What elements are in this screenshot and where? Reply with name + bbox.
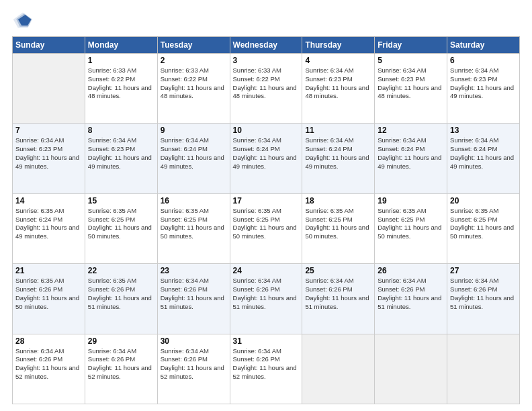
day-info: Sunrise: 6:34 AMSunset: 6:26 PMDaylight:…	[233, 347, 300, 381]
day-number: 6	[450, 56, 517, 65]
calendar-cell: 1Sunrise: 6:33 AMSunset: 6:22 PMDaylight…	[85, 54, 157, 124]
header-day-tuesday: Tuesday	[157, 37, 230, 54]
day-number: 16	[161, 196, 227, 205]
day-info: Sunrise: 6:34 AMSunset: 6:24 PMDaylight:…	[161, 136, 227, 171]
day-info: Sunrise: 6:35 AMSunset: 6:26 PMDaylight:…	[88, 277, 154, 311]
day-info: Sunrise: 6:34 AMSunset: 6:26 PMDaylight:…	[88, 347, 154, 381]
day-number: 15	[88, 196, 154, 205]
header	[12, 11, 520, 30]
header-day-saturday: Saturday	[447, 37, 520, 54]
day-info: Sunrise: 6:34 AMSunset: 6:26 PMDaylight:…	[161, 347, 227, 381]
day-number: 9	[161, 126, 227, 135]
day-number: 1	[88, 56, 154, 65]
day-info: Sunrise: 6:34 AMSunset: 6:23 PMDaylight:…	[378, 66, 444, 101]
calendar-week-2: 7Sunrise: 6:34 AMSunset: 6:23 PMDaylight…	[13, 124, 520, 193]
day-info: Sunrise: 6:34 AMSunset: 6:26 PMDaylight:…	[450, 277, 517, 311]
calendar-cell: 17Sunrise: 6:35 AMSunset: 6:25 PMDayligh…	[230, 193, 302, 263]
calendar-page: SundayMondayTuesdayWednesdayThursdayFrid…	[0, 0, 532, 411]
day-number: 27	[450, 266, 517, 275]
day-number: 17	[233, 196, 300, 205]
calendar-cell	[447, 334, 520, 404]
day-info: Sunrise: 6:35 AMSunset: 6:25 PMDaylight:…	[88, 207, 154, 241]
calendar-cell	[13, 54, 85, 124]
calendar-cell: 13Sunrise: 6:34 AMSunset: 6:24 PMDayligh…	[447, 124, 520, 193]
day-info: Sunrise: 6:34 AMSunset: 6:24 PMDaylight:…	[305, 136, 371, 171]
calendar-cell: 31Sunrise: 6:34 AMSunset: 6:26 PMDayligh…	[230, 334, 302, 404]
calendar-cell: 10Sunrise: 6:34 AMSunset: 6:24 PMDayligh…	[230, 124, 302, 193]
calendar-week-5: 28Sunrise: 6:34 AMSunset: 6:26 PMDayligh…	[13, 334, 520, 404]
day-number: 26	[378, 266, 444, 275]
calendar-cell: 9Sunrise: 6:34 AMSunset: 6:24 PMDaylight…	[157, 124, 230, 193]
calendar-cell: 11Sunrise: 6:34 AMSunset: 6:24 PMDayligh…	[302, 124, 375, 193]
day-number: 24	[233, 266, 300, 275]
day-info: Sunrise: 6:34 AMSunset: 6:23 PMDaylight:…	[15, 136, 82, 171]
day-info: Sunrise: 6:35 AMSunset: 6:25 PMDaylight:…	[450, 207, 517, 241]
day-info: Sunrise: 6:35 AMSunset: 6:25 PMDaylight:…	[305, 207, 371, 241]
day-number: 12	[378, 126, 444, 135]
calendar-cell: 23Sunrise: 6:34 AMSunset: 6:26 PMDayligh…	[157, 264, 230, 334]
calendar-cell: 22Sunrise: 6:35 AMSunset: 6:26 PMDayligh…	[85, 264, 157, 334]
day-number: 2	[161, 56, 227, 65]
header-row: SundayMondayTuesdayWednesdayThursdayFrid…	[13, 37, 520, 54]
day-info: Sunrise: 6:34 AMSunset: 6:26 PMDaylight:…	[161, 277, 227, 311]
calendar-cell: 7Sunrise: 6:34 AMSunset: 6:23 PMDaylight…	[13, 124, 85, 193]
calendar-cell: 2Sunrise: 6:33 AMSunset: 6:22 PMDaylight…	[157, 54, 230, 124]
calendar-header: SundayMondayTuesdayWednesdayThursdayFrid…	[13, 37, 520, 54]
day-info: Sunrise: 6:34 AMSunset: 6:24 PMDaylight:…	[378, 136, 444, 171]
calendar-cell: 21Sunrise: 6:35 AMSunset: 6:26 PMDayligh…	[13, 264, 85, 334]
day-number: 20	[450, 196, 517, 205]
day-info: Sunrise: 6:34 AMSunset: 6:23 PMDaylight:…	[450, 66, 517, 101]
day-number: 10	[233, 126, 300, 135]
calendar-table: SundayMondayTuesdayWednesdayThursdayFrid…	[12, 36, 520, 404]
day-info: Sunrise: 6:34 AMSunset: 6:26 PMDaylight:…	[233, 277, 300, 311]
header-day-wednesday: Wednesday	[230, 37, 302, 54]
day-number: 23	[161, 266, 227, 275]
day-info: Sunrise: 6:35 AMSunset: 6:25 PMDaylight:…	[378, 207, 444, 241]
day-number: 14	[15, 196, 82, 205]
day-info: Sunrise: 6:34 AMSunset: 6:26 PMDaylight:…	[15, 347, 82, 381]
calendar-cell: 5Sunrise: 6:34 AMSunset: 6:23 PMDaylight…	[375, 54, 447, 124]
calendar-week-4: 21Sunrise: 6:35 AMSunset: 6:26 PMDayligh…	[13, 264, 520, 334]
day-number: 28	[15, 336, 82, 346]
header-day-sunday: Sunday	[13, 37, 85, 54]
day-info: Sunrise: 6:33 AMSunset: 6:22 PMDaylight:…	[88, 66, 154, 101]
day-number: 25	[305, 266, 371, 275]
calendar-cell: 20Sunrise: 6:35 AMSunset: 6:25 PMDayligh…	[447, 193, 520, 263]
calendar-cell: 28Sunrise: 6:34 AMSunset: 6:26 PMDayligh…	[13, 334, 85, 404]
day-info: Sunrise: 6:34 AMSunset: 6:24 PMDaylight:…	[450, 136, 517, 171]
calendar-body: 1Sunrise: 6:33 AMSunset: 6:22 PMDaylight…	[13, 54, 520, 404]
day-info: Sunrise: 6:33 AMSunset: 6:22 PMDaylight:…	[161, 66, 227, 101]
header-day-monday: Monday	[85, 37, 157, 54]
day-number: 31	[233, 336, 300, 346]
calendar-cell: 30Sunrise: 6:34 AMSunset: 6:26 PMDayligh…	[157, 334, 230, 404]
calendar-cell: 4Sunrise: 6:34 AMSunset: 6:23 PMDaylight…	[302, 54, 375, 124]
day-number: 5	[378, 56, 444, 65]
calendar-week-3: 14Sunrise: 6:35 AMSunset: 6:24 PMDayligh…	[13, 193, 520, 263]
day-info: Sunrise: 6:34 AMSunset: 6:23 PMDaylight:…	[305, 66, 371, 101]
calendar-cell: 12Sunrise: 6:34 AMSunset: 6:24 PMDayligh…	[375, 124, 447, 193]
day-number: 13	[450, 126, 517, 135]
calendar-cell: 3Sunrise: 6:33 AMSunset: 6:22 PMDaylight…	[230, 54, 302, 124]
day-number: 7	[15, 126, 82, 135]
calendar-cell: 16Sunrise: 6:35 AMSunset: 6:25 PMDayligh…	[157, 193, 230, 263]
day-number: 19	[378, 196, 444, 205]
calendar-cell: 26Sunrise: 6:34 AMSunset: 6:26 PMDayligh…	[375, 264, 447, 334]
day-info: Sunrise: 6:34 AMSunset: 6:26 PMDaylight:…	[305, 277, 371, 311]
day-info: Sunrise: 6:34 AMSunset: 6:23 PMDaylight:…	[88, 136, 154, 171]
calendar-cell: 14Sunrise: 6:35 AMSunset: 6:24 PMDayligh…	[13, 193, 85, 263]
calendar-cell: 19Sunrise: 6:35 AMSunset: 6:25 PMDayligh…	[375, 193, 447, 263]
day-number: 22	[88, 266, 154, 275]
calendar-cell: 25Sunrise: 6:34 AMSunset: 6:26 PMDayligh…	[302, 264, 375, 334]
day-number: 18	[305, 196, 371, 205]
calendar-cell: 15Sunrise: 6:35 AMSunset: 6:25 PMDayligh…	[85, 193, 157, 263]
calendar-cell	[375, 334, 447, 404]
day-info: Sunrise: 6:35 AMSunset: 6:25 PMDaylight:…	[161, 207, 227, 241]
calendar-cell: 8Sunrise: 6:34 AMSunset: 6:23 PMDaylight…	[85, 124, 157, 193]
day-number: 30	[161, 336, 227, 346]
calendar-cell: 6Sunrise: 6:34 AMSunset: 6:23 PMDaylight…	[447, 54, 520, 124]
day-info: Sunrise: 6:34 AMSunset: 6:26 PMDaylight:…	[378, 277, 444, 311]
day-info: Sunrise: 6:35 AMSunset: 6:26 PMDaylight:…	[15, 277, 82, 311]
calendar-cell: 24Sunrise: 6:34 AMSunset: 6:26 PMDayligh…	[230, 264, 302, 334]
day-number: 29	[88, 336, 154, 346]
calendar-cell: 27Sunrise: 6:34 AMSunset: 6:26 PMDayligh…	[447, 264, 520, 334]
